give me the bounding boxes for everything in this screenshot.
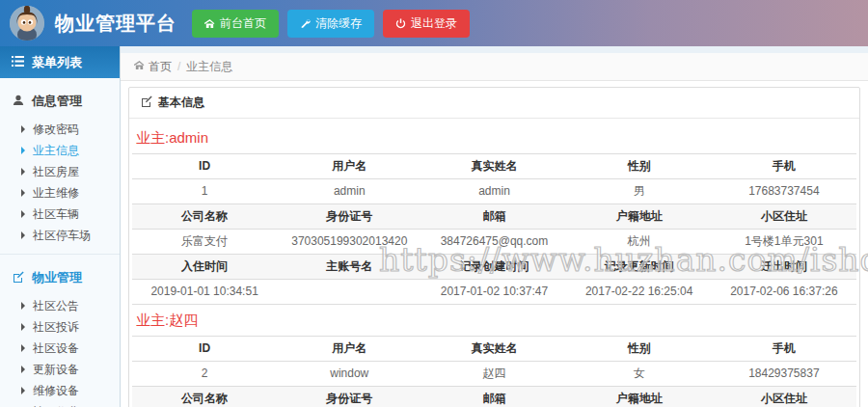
home-icon — [204, 18, 215, 29]
column-header: 手机 — [712, 337, 856, 362]
breadcrumb-current: 业主信息 — [186, 59, 232, 75]
caret-right-icon — [21, 168, 25, 176]
cell-value: admin — [421, 179, 566, 204]
column-header: ID — [132, 154, 277, 179]
table-header-row: 入住时间主账号名记录创建时间记录更新时间迁出时间 — [132, 255, 856, 280]
breadcrumb: 首页 / 业主信息 — [121, 53, 868, 81]
column-header: 用户名 — [277, 154, 421, 179]
table-value-row: 2019-01-01 10:34:512017-01-02 10:37:4720… — [132, 280, 856, 305]
sidebar-item[interactable]: 维修设备 — [0, 380, 120, 401]
app-title: 物业管理平台 — [55, 11, 176, 37]
cell-value: 2019-01-01 10:34:51 — [132, 280, 277, 305]
cell-value: 2 — [132, 362, 277, 387]
caret-right-icon — [21, 344, 25, 352]
caret-right-icon — [21, 302, 25, 310]
table-value-row: 乐富支付370305199302013420384726475@qq.com杭州… — [132, 230, 856, 255]
home-icon — [134, 60, 145, 73]
table-header-row: 公司名称身份证号邮箱户籍地址小区住址 — [132, 387, 856, 407]
sidebar-item[interactable]: 更新设备 — [0, 359, 120, 380]
column-header: 邮箱 — [421, 387, 566, 407]
sidebar-item-label: 更新设备 — [33, 363, 79, 376]
front-home-button[interactable]: 前台首页 — [192, 10, 279, 38]
sidebar-item[interactable]: 社区房屋 — [0, 161, 120, 182]
sidebar-item[interactable]: 社区收费 — [0, 401, 120, 407]
sidebar-item-label: 业主维修 — [33, 186, 79, 200]
cell-value: 1号楼1单元301 — [712, 230, 856, 255]
cell-value: admin — [277, 179, 421, 204]
menu-list-icon — [12, 55, 24, 69]
table-header-row: ID用户名真实姓名性别手机 — [132, 154, 856, 179]
column-header: 记录更新时间 — [567, 255, 712, 280]
caret-right-icon — [21, 366, 25, 373]
column-header: 性别 — [567, 337, 712, 362]
table-value-row: 2window赵四女18429375837 — [132, 362, 856, 387]
owner-table: ID用户名真实姓名性别手机1adminadmin男17683737454公司名称… — [132, 153, 856, 305]
menu-list-header: 菜单列表 — [0, 46, 120, 78]
column-header: 真实姓名 — [421, 154, 566, 179]
clear-cache-button[interactable]: 清除缓存 — [287, 10, 374, 38]
owners-list: 业主:adminID用户名真实姓名性别手机1adminadmin男1768373… — [129, 119, 859, 407]
sidebar-item-label: 维修设备 — [33, 384, 79, 397]
wrench-icon — [300, 18, 311, 29]
caret-right-icon — [21, 125, 25, 133]
sidebar-section-title[interactable]: 信息管理 — [0, 84, 120, 119]
cell-value: 1 — [132, 179, 277, 204]
column-header: 小区住址 — [712, 204, 856, 230]
main-content: 首页 / 业主信息 基本信息 业主:adminID用户名真实姓名性别手机1adm… — [121, 46, 868, 407]
sidebar-item-label: 社区停车场 — [33, 229, 91, 242]
cell-value — [277, 280, 421, 305]
sidebar-item-label: 社区车辆 — [33, 207, 79, 221]
cell-value: 乐富支付 — [132, 230, 277, 255]
sidebar-item[interactable]: 社区投诉 — [0, 316, 120, 338]
caret-right-icon — [21, 323, 25, 331]
column-header: 身份证号 — [277, 204, 421, 230]
cell-value: 杭州 — [567, 230, 712, 255]
cell-value: 女 — [567, 362, 712, 387]
cell-value: 370305199302013420 — [277, 230, 421, 255]
breadcrumb-separator: / — [177, 60, 180, 73]
column-header: 户籍地址 — [567, 387, 712, 407]
sidebar-item[interactable]: 社区车辆 — [0, 204, 120, 225]
column-header: 性别 — [567, 154, 712, 179]
sidebar-item[interactable]: 社区设备 — [0, 338, 120, 359]
user-icon — [13, 95, 24, 109]
column-header: 入住时间 — [132, 255, 277, 280]
sidebar-item[interactable]: 社区停车场 — [0, 225, 120, 246]
column-header: 小区住址 — [712, 387, 856, 407]
column-header: 公司名称 — [132, 387, 277, 407]
cell-value: 男 — [567, 179, 712, 204]
column-header: 记录创建时间 — [421, 255, 566, 280]
sidebar-sections: 信息管理修改密码业主信息社区房屋业主维修社区车辆社区停车场物业管理社区公告社区投… — [0, 78, 120, 407]
column-header: 邮箱 — [421, 204, 566, 230]
logout-button[interactable]: 退出登录 — [383, 10, 470, 38]
cell-value: 17683737454 — [712, 179, 856, 204]
top-header: 物业管理平台 前台首页 清除缓存 退出登录 — [0, 0, 868, 46]
sidebar-item[interactable]: 修改密码 — [0, 119, 120, 140]
caret-right-icon — [21, 210, 25, 218]
sidebar-section: 信息管理修改密码业主信息社区房屋业主维修社区车辆社区停车场 — [0, 78, 120, 250]
sidebar-item-label: 业主信息 — [33, 144, 79, 157]
sidebar-item-label: 社区设备 — [33, 341, 79, 355]
column-header: 真实姓名 — [421, 337, 566, 362]
sidebar-item[interactable]: 业主维修 — [0, 182, 120, 204]
column-header: 身份证号 — [277, 387, 421, 407]
owner-title: 业主:赵四 — [132, 307, 856, 336]
power-icon — [395, 18, 406, 29]
caret-right-icon — [21, 231, 25, 239]
sidebar-item[interactable]: 社区公告 — [0, 295, 120, 316]
sidebar-item-label: 修改密码 — [33, 122, 79, 136]
owner-title: 业主:admin — [132, 124, 856, 153]
basic-info-panel: 基本信息 业主:adminID用户名真实姓名性别手机1adminadmin男17… — [128, 87, 860, 407]
avatar — [10, 6, 44, 41]
column-header: 用户名 — [277, 337, 421, 362]
table-header-row: ID用户名真实姓名性别手机 — [132, 337, 856, 362]
cell-value: 赵四 — [421, 362, 566, 387]
breadcrumb-home-link[interactable]: 首页 — [134, 59, 172, 75]
caret-right-icon — [21, 189, 25, 197]
sidebar-section-title[interactable]: 物业管理 — [0, 260, 120, 295]
sidebar-item-label: 社区房屋 — [33, 165, 79, 178]
sidebar-item[interactable]: 业主信息 — [0, 140, 120, 161]
column-header: 户籍地址 — [567, 204, 712, 230]
column-header: 公司名称 — [132, 204, 277, 230]
table-value-row: 1adminadmin男17683737454 — [132, 179, 856, 204]
